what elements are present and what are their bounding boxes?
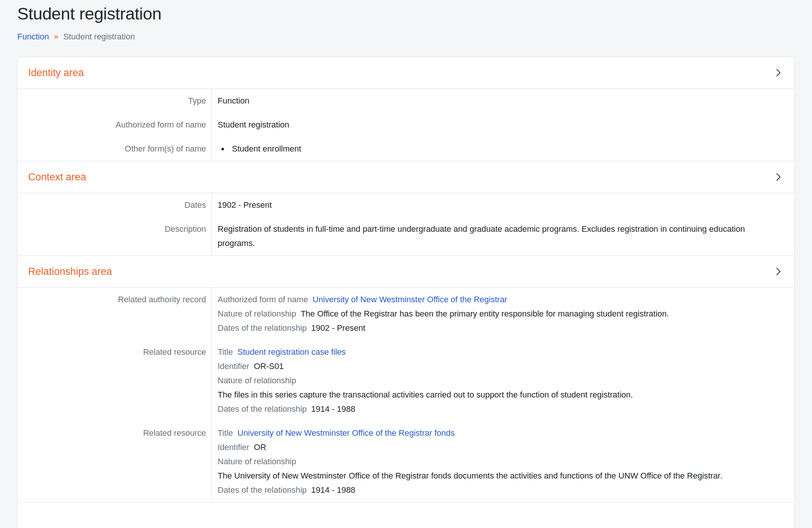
sub-field-name: Nature of relationship [218, 309, 296, 318]
chevron-right-icon [773, 67, 784, 78]
sub-field-value-line: The University of New Westminster Office… [218, 469, 764, 483]
field-row: Related resourceTitleUniversity of New W… [18, 421, 794, 502]
expand-context-button[interactable] [773, 171, 784, 183]
field-value: Student enrollment [212, 137, 794, 161]
field-value: 1902 - Present [212, 193, 794, 217]
chevron-right-icon [773, 171, 784, 183]
sub-field-value: The files in this series capture the tra… [218, 390, 633, 399]
value-list-item: Student enrollment [229, 142, 764, 156]
sub-field-value: The University of New Westminster Office… [218, 471, 722, 480]
field-row: Related authority recordAuthorized form … [18, 288, 794, 340]
field-row: Dates1902 - Present [18, 193, 794, 217]
related-record-link[interactable]: University of New Westminster Office of … [313, 295, 507, 304]
field-value: Registration of students in full-time an… [212, 217, 794, 255]
field-label: Related resource [18, 421, 212, 502]
field-row: TypeFunction [18, 89, 794, 113]
section-title-identity: Identity area [28, 66, 84, 80]
sub-field-value: 1914 - 1988 [311, 485, 355, 495]
fields-table-identity: TypeFunctionAuthorized form of nameStude… [18, 88, 794, 161]
field-label: Authorized form of name [18, 113, 212, 137]
field-value: Student registration [212, 113, 794, 137]
sub-field: Dates of the relationship1914 - 1988 [218, 483, 764, 497]
sub-field-name: Dates of the relationship [218, 323, 307, 333]
breadcrumb-current: Student registration [63, 31, 135, 42]
related-record-link[interactable]: University of New Westminster Office of … [238, 428, 455, 438]
sub-field-value: 1914 - 1988 [311, 404, 355, 414]
section-header-context[interactable]: Context area [18, 161, 794, 193]
field-label: Dates [18, 193, 212, 217]
sub-field-name: Title [218, 428, 233, 438]
sub-field-value: 1902 - Present [311, 323, 365, 333]
field-row: Related resourceTitleStudent registratio… [18, 340, 794, 421]
field-value: Function [212, 89, 794, 113]
page-title: Student registration [17, 4, 795, 24]
expand-relationships-button[interactable] [773, 266, 784, 277]
breadcrumb: Function » Student registration [17, 31, 795, 42]
field-value: TitleUniversity of New Westminster Offic… [212, 421, 794, 502]
sub-field-name: Dates of the relationship [218, 404, 307, 414]
breadcrumb-separator: » [54, 31, 58, 42]
sub-field-name: Identifier [218, 362, 249, 371]
related-record-link[interactable]: Student registration case files [238, 347, 346, 357]
expand-identity-button[interactable] [773, 67, 784, 78]
sub-field: Dates of the relationship1902 - Present [218, 321, 764, 335]
section-header-identity[interactable]: Identity area [18, 57, 794, 88]
field-label: Other form(s) of name [18, 137, 212, 161]
sub-field: Authorized form of nameUniversity of New… [218, 292, 764, 307]
sub-field-name: Identifier [218, 442, 249, 452]
sub-field-name: Nature of relationship [218, 376, 296, 385]
sub-field-value: OR [254, 442, 266, 452]
section-title-context: Context area [28, 170, 86, 184]
record-card: Identity areaTypeFunctionAuthorized form… [17, 57, 795, 528]
chevron-right-icon [773, 266, 784, 277]
sub-field-value-line: The files in this series capture the tra… [218, 388, 764, 402]
sub-field-value: The Office of the Registrar has been the… [301, 309, 669, 318]
sub-field-name: Dates of the relationship [218, 485, 307, 495]
sub-field-name-line: Nature of relationship [218, 454, 764, 469]
section-context: Context areaDates1902 - PresentDescripti… [18, 161, 794, 256]
page: Student registration Function » Student … [0, 4, 812, 528]
sub-field: TitleStudent registration case files [218, 345, 764, 359]
sub-field: IdentifierOR [218, 440, 764, 454]
section-header-relationships[interactable]: Relationships area [18, 256, 794, 287]
value-list: Student enrollment [218, 142, 764, 156]
field-value: Authorized form of nameUniversity of New… [212, 288, 794, 340]
field-label: Related resource [18, 340, 212, 421]
field-label: Related authority record [18, 288, 212, 340]
sub-field-value: OR-S01 [254, 362, 283, 371]
field-row: Other form(s) of nameStudent enrollment [18, 137, 794, 161]
sub-field: TitleUniversity of New Westminster Offic… [218, 426, 764, 440]
sub-field-name-line: Nature of relationship [218, 374, 764, 388]
section-title-relationships: Relationships area [28, 265, 112, 278]
fields-table-context: Dates1902 - PresentDescriptionRegistrati… [18, 193, 794, 256]
sub-field-name: Nature of relationship [218, 457, 296, 466]
sub-field: Dates of the relationship1914 - 1988 [218, 402, 764, 416]
breadcrumb-link-function[interactable]: Function [17, 31, 49, 42]
field-label: Description [18, 217, 212, 255]
sub-field: Nature of relationshipThe Office of the … [218, 307, 764, 321]
sub-field-name: Title [218, 347, 233, 357]
sub-field-name: Authorized form of name [218, 295, 308, 304]
sub-field: IdentifierOR-S01 [218, 359, 764, 374]
field-row: Authorized form of nameStudent registrat… [18, 113, 794, 137]
field-label: Type [18, 89, 212, 113]
field-row: DescriptionRegistration of students in f… [18, 217, 794, 255]
field-value: TitleStudent registration case filesIden… [212, 340, 794, 421]
fields-table-relationships: Related authority recordAuthorized form … [18, 287, 794, 502]
section-relationships: Relationships areaRelated authority reco… [18, 256, 794, 502]
section-identity: Identity areaTypeFunctionAuthorized form… [18, 57, 794, 161]
